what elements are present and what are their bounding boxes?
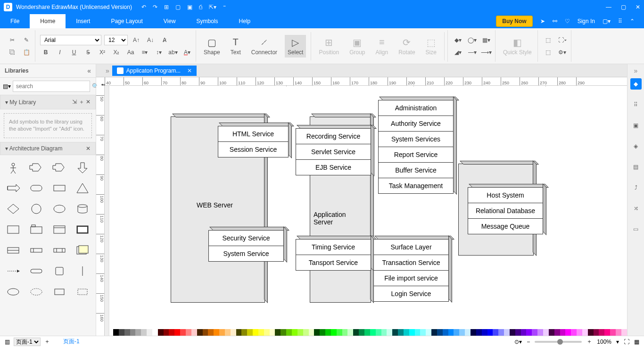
tab-insert[interactable]: Insert	[66, 14, 100, 28]
color-swatch[interactable]	[565, 329, 571, 336]
palette-shape-6[interactable]	[50, 180, 69, 197]
color-swatch[interactable]	[191, 329, 197, 336]
color-swatch[interactable]	[392, 329, 398, 336]
color-swatch[interactable]	[359, 329, 364, 336]
color-swatch[interactable]	[169, 329, 174, 336]
grid-panel-icon[interactable]: ⠿	[630, 99, 642, 110]
color-swatch[interactable]	[404, 329, 409, 336]
color-swatch[interactable]	[443, 329, 448, 336]
color-swatch[interactable]	[281, 329, 286, 336]
grow-font-icon[interactable]: A↑	[131, 35, 142, 45]
color-swatch[interactable]	[164, 329, 169, 336]
zoom-level[interactable]: 100%	[597, 339, 611, 345]
color-swatch[interactable]	[135, 329, 141, 336]
zoom-out-icon[interactable]: −	[527, 339, 530, 345]
palette-shape-16[interactable]	[4, 242, 23, 259]
export-icon[interactable]: ⇱▾	[209, 4, 216, 10]
color-swatch[interactable]	[241, 329, 247, 336]
palette-shape-12[interactable]	[4, 221, 23, 238]
connect-icon[interactable]: ⚙▾	[557, 47, 568, 58]
apps-icon[interactable]: ⠿	[618, 18, 622, 25]
color-swatch[interactable]	[320, 329, 325, 336]
color-swatch[interactable]	[186, 329, 191, 336]
color-swatch[interactable]	[292, 329, 297, 336]
shape-tool[interactable]: ▢Shape	[201, 35, 223, 58]
color-swatch[interactable]	[482, 329, 487, 336]
diagram-cell[interactable]: Host System	[468, 187, 543, 203]
zoom-slider[interactable]	[535, 341, 582, 343]
diagram-cell[interactable]: Session Service	[218, 142, 289, 157]
palette-shape-13[interactable]	[27, 221, 46, 238]
diagram-stack[interactable]: Host SystemRelational DatabaseMessage Qu…	[468, 187, 543, 234]
palette-shape-11[interactable]	[73, 200, 92, 217]
color-swatch[interactable]	[124, 329, 130, 336]
color-swatch[interactable]	[498, 329, 504, 336]
crop-icon[interactable]: ⛶▾	[557, 35, 568, 45]
color-swatch[interactable]	[504, 329, 510, 336]
palette-shape-0[interactable]	[4, 159, 23, 176]
color-swatch[interactable]	[197, 329, 203, 336]
canvas[interactable]: Surface layerFinancial sectorData layerW…	[105, 86, 627, 336]
library-menu-icon[interactable]: ▤▾	[3, 83, 11, 90]
arrow-icon[interactable]: ⟶▾	[481, 47, 492, 58]
color-swatch[interactable]	[387, 329, 392, 336]
palette-shape-5[interactable]	[27, 180, 46, 197]
diagram-cell[interactable]: System Service	[208, 246, 284, 262]
line-icon[interactable]: ◯▾	[467, 35, 478, 45]
color-swatch[interactable]	[571, 329, 577, 336]
open-icon[interactable]: ▢	[175, 4, 181, 10]
color-swatch[interactable]	[471, 329, 476, 336]
color-swatch[interactable]	[219, 329, 225, 336]
palette-shape-24[interactable]	[4, 283, 23, 300]
diagram-cell[interactable]: Login Service	[373, 286, 449, 302]
search-input[interactable]	[13, 81, 90, 92]
page-tab[interactable]: 页面-1	[63, 338, 80, 346]
color-swatch[interactable]	[203, 329, 208, 336]
close-icon[interactable]: ✕	[636, 4, 640, 10]
page[interactable]: Surface layerFinancial sectorData layerW…	[109, 86, 627, 336]
diagram-stack[interactable]: Timing ServiceTansport Service	[296, 239, 371, 271]
select-tool[interactable]: ▷Select	[285, 35, 306, 58]
shadow-icon[interactable]: ▦▾	[481, 35, 492, 45]
color-swatch[interactable]	[510, 329, 515, 336]
color-swatch[interactable]	[180, 329, 186, 336]
palette-shape-14[interactable]	[50, 221, 69, 238]
color-swatch[interactable]	[147, 329, 152, 336]
palette-shape-17[interactable]	[27, 242, 46, 259]
color-swatch[interactable]	[309, 329, 314, 336]
fill-icon[interactable]: ◆▾	[453, 35, 464, 45]
palette-shape-3[interactable]	[73, 159, 92, 176]
color-swatch[interactable]	[515, 329, 521, 336]
buy-now-button[interactable]: Buy Now	[496, 16, 532, 27]
palette-shape-2[interactable]	[50, 159, 69, 176]
color-swatch[interactable]	[465, 329, 471, 336]
tab-view[interactable]: View	[153, 14, 186, 28]
fullscreen-icon[interactable]: ▦	[634, 339, 639, 345]
color-swatch[interactable]	[264, 329, 270, 336]
color-swatch[interactable]	[376, 329, 381, 336]
color-swatch[interactable]	[225, 329, 231, 336]
color-swatch[interactable]	[174, 329, 180, 336]
share-icon[interactable]: ⚯	[553, 18, 557, 25]
expand-panel-icon[interactable]: »	[106, 67, 109, 74]
redo-icon[interactable]: ↷	[153, 4, 157, 10]
color-swatch[interactable]	[364, 329, 370, 336]
color-swatch[interactable]	[331, 329, 337, 336]
diagram-stack[interactable]: HTML ServiceSession Service	[218, 126, 289, 157]
tab-page-layout[interactable]: Page Layout	[100, 14, 153, 28]
layers-panel-icon[interactable]: ◈	[630, 140, 642, 152]
image-panel-icon[interactable]: ▣	[630, 120, 642, 131]
diagram-stack[interactable]: Surface LayerTransaction ServiceFile imp…	[373, 239, 449, 302]
send-icon[interactable]: ➤	[540, 18, 545, 25]
color-swatch[interactable]	[141, 329, 147, 336]
tab-help[interactable]: Help	[229, 14, 261, 28]
color-swatch[interactable]	[599, 329, 604, 336]
palette-shape-1[interactable]	[27, 159, 46, 176]
color-swatch[interactable]	[621, 329, 627, 336]
superscript-icon[interactable]: X²	[97, 47, 108, 58]
fill2-icon[interactable]: ◢▾	[453, 47, 464, 58]
more-icon[interactable]: ⁼	[223, 4, 226, 10]
palette-shape-15[interactable]	[73, 221, 92, 238]
print-icon[interactable]: ⎙	[199, 4, 202, 10]
add-page-icon[interactable]: ＋	[44, 338, 50, 346]
